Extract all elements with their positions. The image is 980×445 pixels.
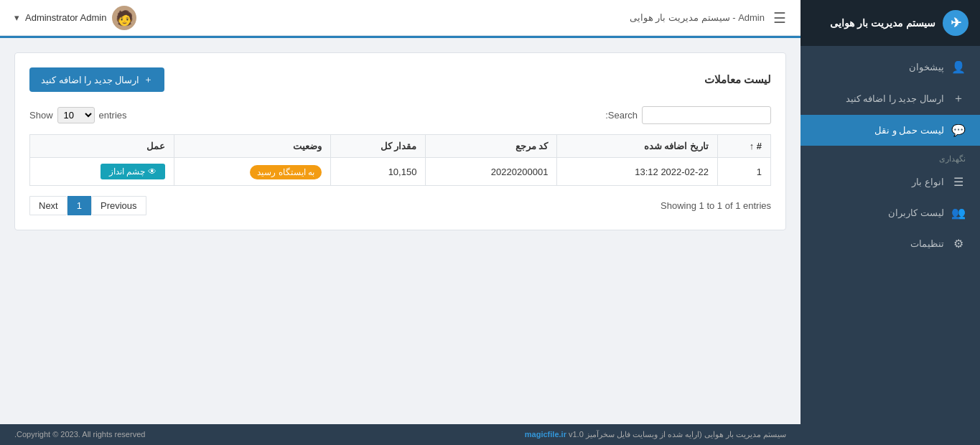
table-controls: Search: Show 10 25 50 100 entries [29, 106, 771, 124]
footer-site-link[interactable]: magicfile.ir [525, 430, 566, 439]
content-area: لیست معاملات ＋ ارسال جدید را اضافه کنید … [0, 38, 801, 424]
sidebar-item-transport-label: لیست حمل و نقل [874, 125, 944, 136]
sidebar-item-transport[interactable]: 💬 لیست حمل و نقل [801, 115, 980, 146]
cargo-types-icon: ☰ [951, 175, 966, 189]
sidebar-logo: ✈ سیستم مدیریت بار هوایی [801, 0, 980, 46]
sidebar-item-settings[interactable]: ⚙ تنظیمات [801, 228, 980, 259]
footer-version: v1.0 [569, 430, 584, 439]
next-button[interactable]: Next [29, 196, 67, 215]
entries-select[interactable]: 10 25 50 100 [57, 107, 95, 123]
cell-ref: 20220200001 [426, 158, 557, 186]
admin-name: Adminstrator Admin [25, 12, 106, 23]
avatar: 🧑 [112, 6, 136, 30]
main-card: لیست معاملات ＋ ارسال جدید را اضافه کنید … [14, 52, 786, 230]
view-button[interactable]: 👁 چشم انداز [101, 164, 165, 179]
table-row: 1 2022-02-22 13:12 20220200001 10,150 به… [30, 158, 771, 186]
sidebar-item-cargo-types-label: انواع بار [912, 177, 944, 187]
col-status: وضعیت [174, 135, 330, 158]
search-label: Search: [605, 110, 638, 121]
col-id: # ↑ [717, 135, 770, 158]
logo-icon: ✈ [943, 10, 969, 36]
sidebar: ✈ سیستم مدیریت بار هوایی 👤 پیشخوان ＋ ارس… [801, 0, 980, 445]
show-label: Show [29, 110, 53, 121]
send-icon: ＋ [951, 91, 966, 106]
footer-right: سیستم مدیریت بار هوایی (ارایه شده از وبس… [525, 430, 786, 439]
card-header: لیست معاملات ＋ ارسال جدید را اضافه کنید [29, 67, 771, 92]
main-content: ☰ Admin - سیستم مدیریت بار هوایی 🧑 Admin… [0, 0, 801, 445]
col-date: تاریخ اضافه شده [557, 135, 718, 158]
topbar-title: Admin - سیستم مدیریت بار هوایی [630, 12, 765, 23]
sidebar-item-cargo-types[interactable]: ☰ انواع بار [801, 167, 980, 197]
pagination-wrapper: Next 1 Previous Showing 1 to 1 of 1 entr… [29, 196, 771, 215]
cell-status: به ایستگاه رسید [174, 158, 330, 186]
sidebar-item-settings-label: تنظیمات [910, 238, 944, 249]
plus-icon: ＋ [144, 73, 153, 86]
pagination: Next 1 Previous [29, 196, 146, 215]
add-button[interactable]: ＋ ارسال جدید را اضافه کنید [29, 67, 164, 92]
footer-copyright: Copyright © 2023. [17, 430, 80, 439]
topbar-right: 🧑 Adminstrator Admin ▾ [14, 6, 136, 30]
entries-label: entries [99, 110, 127, 121]
sidebar-item-send-label: ارسال جدید را اضافه کنید [846, 93, 944, 104]
cell-id: 1 [717, 158, 770, 186]
search-box: Search: [605, 106, 771, 124]
pagination-info: Showing 1 to 1 of 1 entries [661, 200, 771, 211]
sidebar-item-inbox-label: پیشخوان [909, 62, 944, 72]
admin-dropdown-arrow[interactable]: ▾ [14, 12, 19, 23]
page-title: لیست معاملات [704, 73, 771, 86]
inbox-icon: 👤 [951, 60, 966, 74]
col-total: مقدار کل [331, 135, 426, 158]
sidebar-item-send[interactable]: ＋ ارسال جدید را اضافه کنید [801, 83, 980, 115]
topbar: ☰ Admin - سیستم مدیریت بار هوایی 🧑 Admin… [0, 0, 801, 36]
previous-button[interactable]: Previous [91, 196, 146, 215]
topbar-left: ☰ Admin - سیستم مدیریت بار هوایی [630, 9, 786, 27]
table-header-row: # ↑ تاریخ اضافه شده کد مرجع مقدار کل وضع… [30, 135, 771, 158]
data-table: # ↑ تاریخ اضافه شده کد مرجع مقدار کل وضع… [29, 134, 771, 186]
status-badge: به ایستگاه رسید [250, 165, 322, 179]
hamburger-icon[interactable]: ☰ [773, 9, 786, 27]
users-icon: 👥 [951, 206, 966, 220]
search-input[interactable] [642, 106, 771, 124]
transport-icon: 💬 [951, 123, 966, 137]
cell-date: 2022-02-22 13:12 [557, 158, 718, 186]
cell-action: 👁 چشم انداز [30, 158, 174, 186]
cell-total: 10,150 [331, 158, 426, 186]
sidebar-logo-text: سیستم مدیریت بار هوایی [830, 17, 935, 29]
show-entries: Show 10 25 50 100 entries [29, 107, 127, 123]
sidebar-item-inbox[interactable]: 👤 پیشخوان [801, 52, 980, 83]
sidebar-item-users-label: لیست کاربران [888, 207, 944, 218]
footer: سیستم مدیریت بار هوایی (ارایه شده از وبس… [0, 424, 801, 445]
page-1-button[interactable]: 1 [67, 196, 91, 215]
sidebar-nav: 👤 پیشخوان ＋ ارسال جدید را اضافه کنید 💬 ل… [801, 46, 980, 445]
col-action: عمل [30, 135, 174, 158]
sidebar-section-maintenance: نگهداری [801, 146, 980, 167]
sidebar-item-users[interactable]: 👥 لیست کاربران [801, 197, 980, 228]
col-ref: کد مرجع [426, 135, 557, 158]
settings-icon: ⚙ [951, 237, 966, 250]
add-button-label: ارسال جدید را اضافه کنید [41, 75, 139, 85]
footer-system-text: سیستم مدیریت بار هوایی (ارایه شده از وبس… [586, 430, 786, 439]
footer-left: Copyright © 2023. All rights reserved. [14, 430, 145, 439]
